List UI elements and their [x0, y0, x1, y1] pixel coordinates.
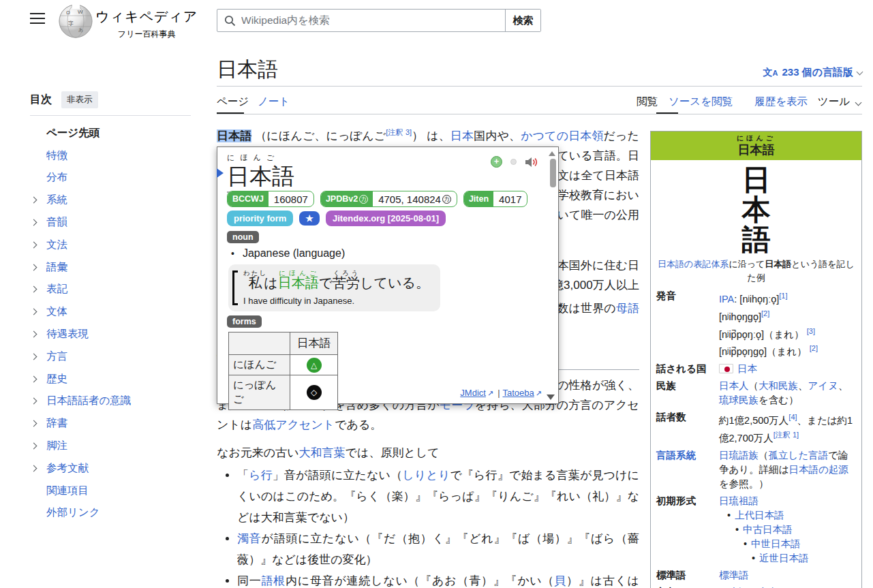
forms-tag: forms — [227, 315, 262, 327]
add-note-icon[interactable]: + — [491, 156, 502, 168]
infobox-row-pronunciation: 発音 IPA: [nʲiho̞ŋːo̞][1] [nʲiho̞ŋɡo̞][2] … — [651, 288, 861, 360]
table-row: にっぽんご ◇ — [229, 375, 338, 410]
proto-language-link[interactable]: 日琉祖語 — [719, 494, 856, 508]
tools-chevron-down-icon[interactable] — [855, 99, 862, 106]
chevron-right-icon[interactable] — [31, 309, 37, 315]
toc-item-vocabulary[interactable]: 語彙 — [30, 256, 191, 279]
toc-item-dictionaries[interactable]: 辞書 — [30, 412, 191, 435]
toc-item-related[interactable]: 関連項目 — [30, 480, 191, 502]
chevron-right-icon[interactable] — [31, 420, 37, 427]
forms-header-empty — [229, 332, 290, 355]
article-tabs: ページ ノート 閲覧 ソースを閲覧 履歴を表示 ツール — [217, 87, 862, 114]
search-icon — [224, 15, 236, 27]
chevron-right-icon[interactable] — [31, 398, 37, 405]
infobox-row-standard: 標準語 標準語 — [651, 567, 861, 584]
page-title: 日本語 — [217, 56, 278, 84]
forms-header-word: 日本語 — [290, 332, 338, 355]
chevron-right-icon[interactable] — [31, 353, 37, 360]
standard-language-link[interactable]: 標準語 — [719, 570, 749, 581]
wikipedia-globe-logo[interactable]: Ω W 字 あ — [57, 2, 94, 42]
infobox-row-early-forms: 初期形式 日琉祖語 上代日本語 中古日本語 中世日本語 近世日本語 — [651, 493, 861, 567]
chevron-right-icon[interactable] — [31, 197, 37, 204]
toc-item-grammar[interactable]: 文法 — [30, 234, 191, 256]
chevron-right-icon[interactable] — [31, 241, 37, 248]
toc-item-dialects[interactable]: 方言 — [30, 345, 191, 368]
search-bar[interactable]: 検索 — [217, 9, 541, 32]
chevron-right-icon[interactable] — [31, 331, 37, 338]
toc-item-phonology[interactable]: 音韻 — [30, 211, 191, 234]
chevron-right-icon[interactable] — [31, 264, 37, 270]
list-item: 同一語根内に母音が連続しない（『あお（青）』『かい（貝）』は古くは『あを /aw… — [237, 570, 639, 588]
list-item: 濁音が語頭に立たない（『だ（抱）く』『どれ』『ば（場）』『ばら（薔薇）』などは後… — [237, 528, 639, 570]
tatoeba-link[interactable]: Tatoeba — [503, 388, 534, 398]
toc-item-footnotes[interactable]: 脚注 — [30, 435, 191, 457]
country-link[interactable]: 日本 — [737, 363, 757, 374]
toc-hide-button[interactable]: 非表示 — [61, 91, 98, 108]
hamburger-menu-icon[interactable] — [30, 13, 45, 25]
tabs-divider — [217, 114, 862, 114]
search-button[interactable]: 検索 — [505, 10, 540, 31]
chevron-right-icon[interactable] — [31, 443, 37, 450]
popup-footer-links: JMdict↗|Tatoeba↗ — [460, 388, 543, 398]
toc-item-external-links[interactable]: 外部リンク — [30, 502, 191, 525]
language-icon: 文A — [763, 66, 778, 79]
speaker-icon[interactable] — [525, 157, 538, 168]
svg-text:Ω: Ω — [66, 10, 70, 16]
chevron-right-icon[interactable] — [31, 219, 37, 226]
language-selector-button[interactable]: 文A 233 個の言語版 — [763, 66, 863, 79]
infobox-title-reading: にほんご — [651, 134, 861, 143]
wikipedia-wordmark[interactable]: ウィキペディア フリー百科事典 — [95, 7, 198, 40]
freq-tag-jiten: Jiten 4017 — [463, 191, 528, 207]
freq-tag-bccwj: BCCWJ 160807 — [227, 191, 314, 207]
tab-history[interactable]: 履歴を表示 — [754, 95, 808, 109]
infobox-row-dialects: 方言 日本語の方言 — [651, 584, 861, 588]
chevron-right-icon[interactable] — [31, 286, 37, 293]
svg-text:字: 字 — [68, 20, 74, 27]
popup-action-icons: + — [491, 156, 538, 168]
toc-item-honorifics[interactable]: 待遇表現 — [30, 323, 191, 345]
dictionary-tags: priority form ★ Jitendex.org [2025-08-01… — [227, 211, 446, 226]
tab-page[interactable]: ページ — [217, 95, 249, 109]
toc-item-distribution[interactable]: 分布 — [30, 167, 191, 189]
headword: 日本語 — [227, 163, 294, 193]
headword-reading: にほんご — [227, 153, 294, 163]
language-infobox: にほんご 日本語 日 本 語 日本語の表記体系に沿って日本語という語を記した例 … — [650, 131, 862, 588]
infobox-row-country: 話される国 日本 — [651, 360, 861, 377]
scroll-up-arrow-icon[interactable] — [549, 151, 555, 156]
scroll-down-arrow-icon[interactable] — [547, 394, 555, 400]
infobox-row-language-family: 言語系統 日琉語族（孤立した言語で論争あり。詳細は日本語の起源を参照。） — [651, 447, 861, 493]
chevron-right-icon[interactable] — [31, 465, 37, 471]
svg-text:あ: あ — [78, 27, 83, 33]
title-divider — [217, 86, 862, 87]
external-link-icon: ↗ — [487, 389, 493, 397]
toc-item-history[interactable]: 歴史 — [30, 368, 191, 390]
green-triangle-icon: △ — [307, 358, 322, 373]
infobox-row-ethnicity: 民族 日本人（大和民族、アイヌ、琉球民族を含む） — [651, 377, 861, 409]
toc-header: 目次 非表示 — [30, 91, 191, 108]
circled-ka-icon: カ — [442, 195, 451, 204]
black-diamond-icon: ◇ — [307, 385, 322, 400]
tab-read[interactable]: 閲覧 — [637, 95, 658, 109]
search-input[interactable] — [241, 10, 505, 31]
chevron-right-icon[interactable] — [31, 375, 37, 382]
globe-icon: Ω W 字 あ — [57, 2, 94, 39]
freq-tag-jpdb: JPDBv2カ 4705, 140824カ — [320, 191, 457, 207]
tab-talk[interactable]: ノート — [258, 95, 290, 109]
toc-item-features[interactable]: 特徴 — [30, 144, 191, 167]
toc-item-intro[interactable]: ページ先頭 — [30, 122, 191, 144]
tab-tools[interactable]: ツール — [818, 95, 850, 109]
list-item: 「ら行」音が語頭に立たない（しりとりで『ら行』で始まる言葉が見つけにくいのはこの… — [237, 465, 639, 528]
language-count-label: 233 個の言語版 — [782, 66, 853, 79]
toc-item-writing[interactable]: 表記 — [30, 279, 191, 301]
infobox-row-speakers: 話者数 約1億2,500万人[4]、または約1億2,700万人[注釈 1] — [651, 409, 861, 447]
toc-item-speaker-awareness[interactable]: 日本語話者の意識 — [30, 390, 191, 413]
toc-item-style[interactable]: 文体 — [30, 300, 191, 323]
dictionary-source-tag[interactable]: Jitendex.org [2025-08-01] — [326, 211, 446, 226]
popup-scrollbar[interactable] — [550, 159, 556, 187]
toc-item-references[interactable]: 参考文献 — [30, 457, 191, 480]
star-button[interactable]: ★ — [299, 211, 320, 226]
tab-view-source[interactable]: ソースを閲覧 — [669, 95, 733, 109]
infobox-title: 日本語 — [651, 143, 861, 157]
toc-item-classification[interactable]: 系統 — [30, 189, 191, 211]
jmdict-link[interactable]: JMdict — [460, 388, 486, 398]
